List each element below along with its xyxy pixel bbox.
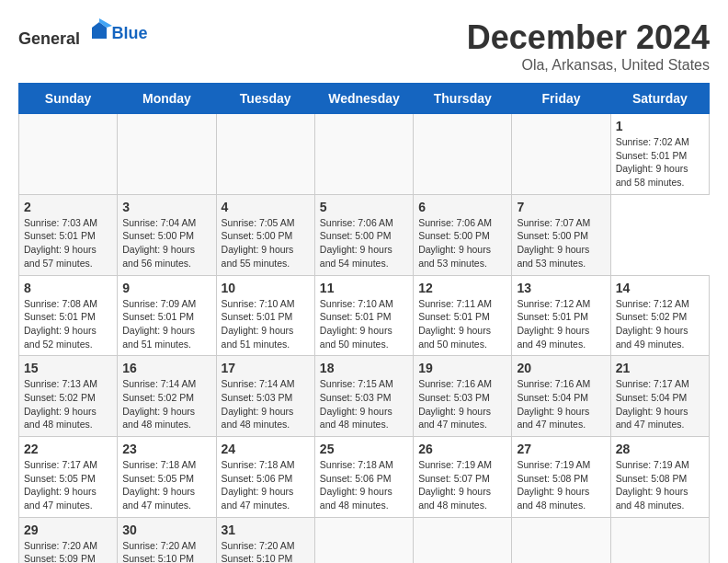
calendar-empty-cell <box>512 114 610 195</box>
day-info: Sunrise: 7:03 AMSunset: 5:01 PMDaylight:… <box>24 217 97 269</box>
day-number: 2 <box>24 200 112 214</box>
calendar-week-row: 2 Sunrise: 7:03 AMSunset: 5:01 PMDayligh… <box>19 194 710 275</box>
month-title: December 2024 <box>467 18 710 57</box>
day-number: 6 <box>418 200 506 214</box>
calendar-day-cell: 11 Sunrise: 7:10 AMSunset: 5:01 PMDaylig… <box>314 275 413 356</box>
day-info: Sunrise: 7:09 AMSunset: 5:01 PMDaylight:… <box>122 298 196 350</box>
calendar-empty-cell <box>610 517 709 563</box>
calendar-day-cell: 24 Sunrise: 7:18 AMSunset: 5:06 PMDaylig… <box>216 437 314 518</box>
calendar-empty-cell <box>414 517 512 563</box>
calendar-body: 1 Sunrise: 7:02 AMSunset: 5:01 PMDayligh… <box>19 114 710 564</box>
calendar-day-cell: 26 Sunrise: 7:19 AMSunset: 5:07 PMDaylig… <box>414 437 512 518</box>
day-number: 20 <box>517 361 605 375</box>
day-number: 7 <box>517 200 605 214</box>
calendar-day-cell: 18 Sunrise: 7:15 AMSunset: 5:03 PMDaylig… <box>314 356 413 437</box>
day-info: Sunrise: 7:14 AMSunset: 5:02 PMDaylight:… <box>122 378 196 430</box>
day-number: 3 <box>122 200 210 214</box>
day-info: Sunrise: 7:13 AMSunset: 5:02 PMDaylight:… <box>24 378 97 430</box>
day-info: Sunrise: 7:07 AMSunset: 5:00 PMDaylight:… <box>517 217 590 269</box>
day-of-week-header: Monday <box>118 84 216 114</box>
calendar-day-cell: 9 Sunrise: 7:09 AMSunset: 5:01 PMDayligh… <box>118 275 216 356</box>
day-of-week-header: Sunday <box>19 84 118 114</box>
day-info: Sunrise: 7:02 AMSunset: 5:01 PMDaylight:… <box>616 136 689 188</box>
day-info: Sunrise: 7:05 AMSunset: 5:00 PMDaylight:… <box>222 217 295 269</box>
day-info: Sunrise: 7:16 AMSunset: 5:04 PMDaylight:… <box>517 378 590 430</box>
day-info: Sunrise: 7:17 AMSunset: 5:05 PMDaylight:… <box>24 459 97 511</box>
day-number: 11 <box>320 281 408 295</box>
day-info: Sunrise: 7:08 AMSunset: 5:01 PMDaylight:… <box>24 298 97 350</box>
day-number: 27 <box>517 442 605 456</box>
day-number: 22 <box>24 442 112 456</box>
day-number: 31 <box>222 523 310 537</box>
day-number: 9 <box>122 281 210 295</box>
calendar-day-cell: 21 Sunrise: 7:17 AMSunset: 5:04 PMDaylig… <box>610 356 709 437</box>
calendar-day-cell: 12 Sunrise: 7:11 AMSunset: 5:01 PMDaylig… <box>414 275 512 356</box>
day-of-week-header: Wednesday <box>314 84 413 114</box>
day-info: Sunrise: 7:10 AMSunset: 5:01 PMDaylight:… <box>222 298 295 350</box>
calendar-day-cell: 30 Sunrise: 7:20 AMSunset: 5:10 PMDaylig… <box>118 517 216 563</box>
day-info: Sunrise: 7:20 AMSunset: 5:10 PMDaylight:… <box>222 540 295 563</box>
day-number: 1 <box>616 119 704 133</box>
day-number: 26 <box>418 442 506 456</box>
calendar-day-cell: 6 Sunrise: 7:06 AMSunset: 5:00 PMDayligh… <box>414 194 512 275</box>
calendar-day-cell: 7 Sunrise: 7:07 AMSunset: 5:00 PMDayligh… <box>512 194 610 275</box>
day-info: Sunrise: 7:20 AMSunset: 5:09 PMDaylight:… <box>24 540 97 563</box>
day-info: Sunrise: 7:19 AMSunset: 5:08 PMDaylight:… <box>517 459 590 511</box>
day-of-week-header: Saturday <box>610 84 709 114</box>
calendar-day-cell: 27 Sunrise: 7:19 AMSunset: 5:08 PMDaylig… <box>512 437 610 518</box>
day-info: Sunrise: 7:14 AMSunset: 5:03 PMDaylight:… <box>222 378 295 430</box>
calendar-empty-cell <box>512 517 610 563</box>
logo-icon <box>86 18 112 44</box>
calendar-day-cell: 20 Sunrise: 7:16 AMSunset: 5:04 PMDaylig… <box>512 356 610 437</box>
day-number: 13 <box>517 281 605 295</box>
location-title: Ola, Arkansas, United States <box>467 57 710 74</box>
title-area: December 2024 Ola, Arkansas, United Stat… <box>467 18 710 74</box>
day-number: 10 <box>222 281 310 295</box>
calendar-day-cell: 4 Sunrise: 7:05 AMSunset: 5:00 PMDayligh… <box>216 194 314 275</box>
calendar-day-cell: 3 Sunrise: 7:04 AMSunset: 5:00 PMDayligh… <box>118 194 216 275</box>
day-info: Sunrise: 7:12 AMSunset: 5:02 PMDaylight:… <box>616 298 689 350</box>
day-number: 16 <box>122 361 210 375</box>
day-number: 4 <box>222 200 310 214</box>
calendar-day-cell: 23 Sunrise: 7:18 AMSunset: 5:05 PMDaylig… <box>118 437 216 518</box>
logo: General Blue <box>18 18 148 49</box>
calendar-empty-cell <box>314 517 413 563</box>
day-number: 23 <box>122 442 210 456</box>
day-info: Sunrise: 7:10 AMSunset: 5:01 PMDaylight:… <box>320 298 393 350</box>
calendar-day-cell: 16 Sunrise: 7:14 AMSunset: 5:02 PMDaylig… <box>118 356 216 437</box>
calendar-day-cell: 5 Sunrise: 7:06 AMSunset: 5:00 PMDayligh… <box>314 194 413 275</box>
calendar-day-cell: 10 Sunrise: 7:10 AMSunset: 5:01 PMDaylig… <box>216 275 314 356</box>
calendar-day-cell: 28 Sunrise: 7:19 AMSunset: 5:08 PMDaylig… <box>610 437 709 518</box>
day-number: 18 <box>320 361 408 375</box>
calendar-day-cell: 22 Sunrise: 7:17 AMSunset: 5:05 PMDaylig… <box>19 437 118 518</box>
day-info: Sunrise: 7:18 AMSunset: 5:06 PMDaylight:… <box>320 459 393 511</box>
calendar-empty-cell <box>314 114 413 195</box>
day-info: Sunrise: 7:15 AMSunset: 5:03 PMDaylight:… <box>320 378 393 430</box>
calendar-day-cell: 17 Sunrise: 7:14 AMSunset: 5:03 PMDaylig… <box>216 356 314 437</box>
day-info: Sunrise: 7:04 AMSunset: 5:00 PMDaylight:… <box>122 217 196 269</box>
day-number: 25 <box>320 442 408 456</box>
day-number: 24 <box>222 442 310 456</box>
day-info: Sunrise: 7:18 AMSunset: 5:05 PMDaylight:… <box>122 459 196 511</box>
day-info: Sunrise: 7:19 AMSunset: 5:07 PMDaylight:… <box>418 459 492 511</box>
day-info: Sunrise: 7:11 AMSunset: 5:01 PMDaylight:… <box>418 298 492 350</box>
calendar-day-cell: 15 Sunrise: 7:13 AMSunset: 5:02 PMDaylig… <box>19 356 118 437</box>
calendar-week-row: 29 Sunrise: 7:20 AMSunset: 5:09 PMDaylig… <box>19 517 710 563</box>
day-number: 5 <box>320 200 408 214</box>
calendar-day-cell: 1 Sunrise: 7:02 AMSunset: 5:01 PMDayligh… <box>610 114 709 195</box>
calendar-day-cell: 31 Sunrise: 7:20 AMSunset: 5:10 PMDaylig… <box>216 517 314 563</box>
day-number: 28 <box>616 442 704 456</box>
day-info: Sunrise: 7:12 AMSunset: 5:01 PMDaylight:… <box>517 298 590 350</box>
calendar-day-cell: 25 Sunrise: 7:18 AMSunset: 5:06 PMDaylig… <box>314 437 413 518</box>
day-number: 30 <box>122 523 210 537</box>
day-number: 15 <box>24 361 112 375</box>
day-info: Sunrise: 7:18 AMSunset: 5:06 PMDaylight:… <box>222 459 295 511</box>
calendar-day-cell: 2 Sunrise: 7:03 AMSunset: 5:01 PMDayligh… <box>19 194 118 275</box>
day-info: Sunrise: 7:20 AMSunset: 5:10 PMDaylight:… <box>122 540 196 563</box>
calendar-week-row: 22 Sunrise: 7:17 AMSunset: 5:05 PMDaylig… <box>19 437 710 518</box>
day-of-week-header: Friday <box>512 84 610 114</box>
calendar-empty-cell <box>118 114 216 195</box>
day-info: Sunrise: 7:17 AMSunset: 5:04 PMDaylight:… <box>616 378 689 430</box>
calendar-empty-cell <box>19 114 118 195</box>
day-number: 14 <box>616 281 704 295</box>
